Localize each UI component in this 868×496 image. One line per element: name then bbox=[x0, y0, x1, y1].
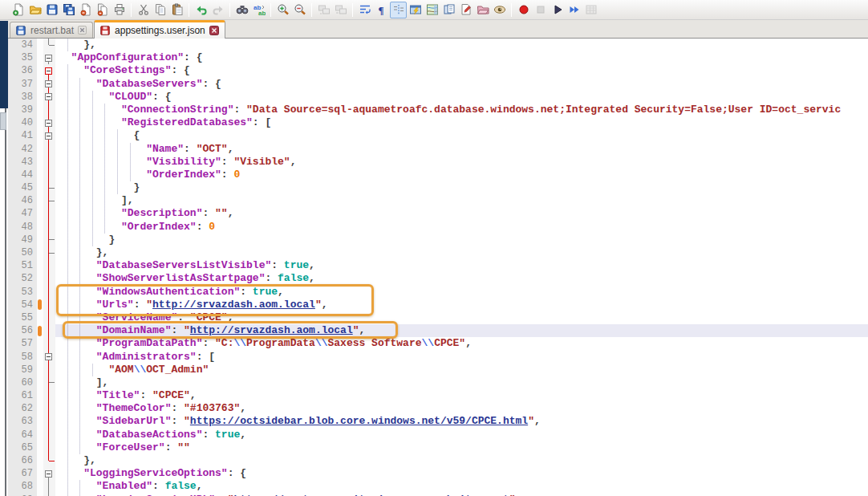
code-text[interactable]: "CoreSettings": { bbox=[55, 64, 868, 77]
bookmark-margin[interactable] bbox=[37, 194, 43, 207]
fold-margin[interactable] bbox=[43, 207, 55, 220]
code-line-65[interactable]: 65 "ForceUser": "" bbox=[8, 441, 868, 454]
code-line-48[interactable]: 48 "OrderIndex": 0 bbox=[8, 221, 868, 234]
open-button[interactable] bbox=[26, 2, 43, 18]
bookmark-margin[interactable] bbox=[37, 286, 43, 299]
code-line-50[interactable]: 50 }, bbox=[8, 246, 868, 259]
copy-button[interactable] bbox=[152, 2, 168, 18]
code-text[interactable]: "DatabaseServersListVisible": true, bbox=[55, 259, 868, 272]
code-text[interactable]: { bbox=[55, 129, 868, 142]
code-text[interactable]: "OrderIndex": 0 bbox=[55, 221, 868, 234]
fold-margin[interactable] bbox=[43, 351, 55, 364]
code-area[interactable]: 34 },35 "AppConfiguration": {36 "CoreSet… bbox=[8, 39, 868, 496]
function-list-button[interactable] bbox=[457, 2, 474, 18]
code-text[interactable]: "LoggingServiceURL": "https://customermo… bbox=[55, 494, 868, 496]
url-link[interactable]: http://srvazdash.aom.local bbox=[190, 324, 353, 336]
code-line-69[interactable]: 69 "LoggingServiceURL": "https://custome… bbox=[8, 494, 868, 496]
line-number[interactable]: 35 bbox=[8, 51, 37, 64]
bookmark-margin[interactable] bbox=[37, 299, 43, 311]
tab-appsettings-user-json[interactable]: appsettings.user.json bbox=[94, 20, 225, 39]
folder-as-workspace-button[interactable] bbox=[474, 2, 491, 18]
code-line-62[interactable]: 62 "ThemeColor": "#103763", bbox=[8, 402, 868, 415]
cut-button[interactable] bbox=[135, 2, 152, 18]
code-line-66[interactable]: 66 }, bbox=[8, 454, 868, 467]
code-text[interactable]: } bbox=[55, 181, 868, 194]
line-number[interactable]: 64 bbox=[8, 429, 37, 441]
fold-margin[interactable] bbox=[43, 39, 55, 51]
macro-save-button[interactable] bbox=[582, 2, 599, 18]
bookmark-margin[interactable] bbox=[37, 351, 43, 364]
fold-collapse-icon[interactable] bbox=[45, 67, 52, 75]
close-button[interactable] bbox=[77, 2, 94, 18]
line-number[interactable]: 68 bbox=[8, 480, 37, 493]
code-text[interactable]: }, bbox=[55, 454, 868, 467]
redo-button[interactable] bbox=[209, 2, 226, 18]
code-line-36[interactable]: 36 "CoreSettings": { bbox=[8, 64, 868, 77]
document-switcher-button[interactable] bbox=[440, 2, 457, 18]
fold-margin[interactable] bbox=[43, 364, 55, 376]
fold-margin[interactable] bbox=[43, 402, 55, 415]
line-number[interactable]: 60 bbox=[8, 376, 37, 389]
fold-margin[interactable] bbox=[43, 78, 55, 91]
fold-margin[interactable] bbox=[43, 156, 55, 169]
undo-button[interactable] bbox=[193, 2, 209, 18]
code-line-58[interactable]: 58 "Administrators": [ bbox=[8, 351, 868, 364]
line-number[interactable]: 34 bbox=[8, 39, 37, 51]
bookmark-margin[interactable] bbox=[37, 143, 43, 156]
fold-collapse-icon[interactable] bbox=[45, 353, 52, 360]
code-text[interactable]: "LoggingServiceOptions": { bbox=[55, 467, 868, 480]
macro-record-button[interactable] bbox=[515, 2, 532, 18]
fold-collapse-icon[interactable] bbox=[45, 132, 52, 140]
fold-margin[interactable] bbox=[43, 311, 55, 324]
indent-guide-button[interactable] bbox=[390, 2, 407, 18]
close-all-button[interactable] bbox=[94, 2, 111, 18]
code-text[interactable]: "RegisteredDatabases": [ bbox=[55, 116, 868, 129]
line-number[interactable]: 57 bbox=[8, 337, 37, 350]
fold-margin[interactable] bbox=[43, 389, 55, 402]
code-line-53[interactable]: 53 "WindowsAuthentication": true, bbox=[8, 286, 868, 299]
bookmark-margin[interactable] bbox=[37, 129, 43, 142]
bookmark-margin[interactable] bbox=[37, 415, 43, 428]
bookmark-margin[interactable] bbox=[37, 324, 43, 337]
code-line-56[interactable]: 56 "DomainName": "http://srvazdash.aom.l… bbox=[8, 324, 868, 337]
code-line-38[interactable]: 38 "CLOUD": { bbox=[8, 91, 868, 104]
fold-margin[interactable] bbox=[43, 494, 55, 496]
line-number[interactable]: 44 bbox=[8, 169, 37, 181]
bookmark-margin[interactable] bbox=[37, 169, 43, 181]
zoom-out-button[interactable] bbox=[291, 2, 308, 18]
code-text[interactable]: "Visibility": "Visible", bbox=[55, 156, 868, 169]
code-line-49[interactable]: 49 } bbox=[8, 234, 868, 246]
code-line-42[interactable]: 42 "Name": "OCT", bbox=[8, 143, 868, 156]
bookmark-margin[interactable] bbox=[37, 467, 43, 480]
code-text[interactable]: "ConnectionString": "Data Source=sql-aqu… bbox=[55, 104, 868, 116]
code-text[interactable]: "DatabaseActions": true, bbox=[55, 429, 868, 441]
show-all-characters-button[interactable]: ¶ bbox=[373, 2, 390, 18]
code-text[interactable]: "CLOUD": { bbox=[55, 91, 868, 104]
code-text[interactable]: "AppConfiguration": { bbox=[55, 51, 868, 64]
bookmark-margin[interactable] bbox=[37, 441, 43, 454]
bookmark-margin[interactable] bbox=[37, 389, 43, 402]
bookmark-margin[interactable] bbox=[37, 91, 43, 104]
fold-margin[interactable] bbox=[43, 415, 55, 428]
line-number[interactable]: 67 bbox=[8, 467, 37, 480]
fold-margin[interactable] bbox=[43, 259, 55, 272]
save-button[interactable] bbox=[43, 2, 60, 18]
bookmark-margin[interactable] bbox=[37, 337, 43, 350]
fold-margin[interactable] bbox=[43, 129, 55, 142]
line-number[interactable]: 36 bbox=[8, 64, 37, 77]
fold-margin[interactable] bbox=[43, 234, 55, 246]
code-line-60[interactable]: 60 ], bbox=[8, 376, 868, 389]
line-number[interactable]: 69 bbox=[8, 494, 37, 496]
code-text[interactable]: "Title": "CPCE", bbox=[55, 389, 868, 402]
bookmark-margin[interactable] bbox=[37, 364, 43, 376]
print-button[interactable] bbox=[111, 2, 128, 18]
line-number[interactable]: 55 bbox=[8, 311, 37, 324]
bookmark-margin[interactable] bbox=[37, 246, 43, 259]
paste-button[interactable] bbox=[168, 2, 185, 18]
fold-margin[interactable] bbox=[43, 480, 55, 493]
find-button[interactable] bbox=[233, 2, 250, 18]
bookmark-margin[interactable] bbox=[37, 494, 43, 496]
line-number[interactable]: 43 bbox=[8, 156, 37, 169]
fold-margin[interactable] bbox=[43, 143, 55, 156]
macro-run-multiple-button[interactable] bbox=[566, 2, 582, 18]
